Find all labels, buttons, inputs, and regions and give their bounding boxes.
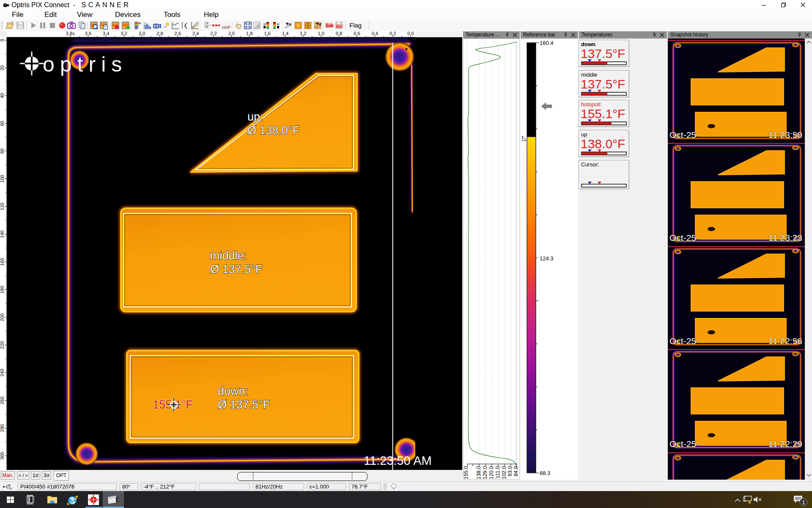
svg-text:129.0: 129.0: [482, 466, 488, 479]
svg-text:1.8: 1.8: [246, 31, 252, 36]
svg-text:180: 180: [0, 286, 5, 293]
svg-text:Sub: Sub: [326, 23, 334, 28]
svg-text:?|8: ?|8: [204, 25, 208, 29]
svg-text:138.0: 138.0: [476, 466, 482, 479]
svg-text:0.8: 0.8: [336, 31, 342, 36]
svg-text:260: 260: [0, 397, 5, 404]
svg-text:88.3: 88.3: [540, 470, 550, 476]
svg-text:155.0: 155.0: [464, 466, 469, 479]
svg-text:11:23:50 AM: 11:23:50 AM: [364, 454, 432, 467]
svg-text:280: 280: [0, 424, 5, 432]
svg-text:Oct-25-: Oct-25-: [669, 130, 699, 140]
svg-text:3.0: 3.0: [139, 31, 145, 36]
svg-text:120.0: 120.0: [488, 466, 494, 479]
svg-text:20: 20: [0, 65, 5, 70]
svg-text:3.2: 3.2: [121, 31, 127, 36]
svg-text:160.4: 160.4: [540, 40, 554, 46]
svg-text:11:23:23: 11:23:23: [768, 233, 802, 243]
svg-text:Oct-25-: Oct-25-: [669, 233, 699, 243]
svg-text:Oct-25-: Oct-25-: [669, 336, 699, 346]
svg-text:93.0: 93.0: [507, 466, 513, 476]
svg-text:2.2: 2.2: [210, 31, 217, 36]
svg-text:1.0: 1.0: [318, 31, 324, 36]
svg-text:111.0: 111.0: [495, 466, 501, 478]
svg-text:1.6: 1.6: [264, 31, 270, 36]
svg-text:220: 220: [0, 341, 5, 349]
svg-text:100: 100: [0, 175, 5, 182]
svg-text:3.8s: 3.8s: [66, 31, 75, 36]
svg-text:11:22:56: 11:22:56: [768, 336, 802, 346]
svg-text:0: 0: [0, 39, 5, 41]
svg-text:200: 200: [0, 313, 5, 321]
svg-text:optris: optris: [43, 52, 127, 76]
svg-text:Ø 137.5°F: Ø 137.5°F: [218, 398, 270, 411]
svg-text:1.2: 1.2: [300, 31, 306, 36]
svg-text:3.6: 3.6: [85, 31, 91, 36]
svg-text:up:: up:: [247, 110, 263, 123]
svg-text:2.0: 2.0: [228, 31, 235, 36]
svg-text:0.2: 0.2: [390, 31, 396, 36]
svg-text:120: 120: [0, 203, 5, 210]
svg-text:Ø 138.0°F: Ø 138.0°F: [247, 124, 299, 137]
svg-text:3.4: 3.4: [103, 31, 109, 36]
svg-text:60: 60: [0, 121, 5, 126]
svg-text:0.6: 0.6: [354, 31, 360, 36]
svg-text:40: 40: [0, 93, 5, 98]
svg-text:80: 80: [0, 149, 5, 154]
svg-text:102.0: 102.0: [501, 466, 507, 479]
svg-text:Ø 137.5°F: Ø 137.5°F: [210, 263, 262, 276]
svg-text:11:23:50: 11:23:50: [768, 130, 802, 140]
svg-text:?|8: ?|8: [204, 22, 208, 25]
svg-text:Oct-25-: Oct-25-: [669, 439, 699, 449]
svg-text:2.4: 2.4: [192, 31, 199, 36]
svg-text:140: 140: [0, 230, 5, 238]
svg-text:1.4: 1.4: [282, 31, 288, 36]
svg-text:2.6: 2.6: [175, 31, 181, 36]
svg-text:160: 160: [0, 258, 5, 265]
svg-text:1: 1: [802, 500, 805, 505]
svg-text:0.4: 0.4: [372, 31, 378, 36]
svg-text:down:: down:: [218, 385, 248, 398]
svg-text:84.0: 84.0: [513, 466, 519, 476]
svg-text:11:22:29: 11:22:29: [768, 439, 802, 449]
svg-text:124.3: 124.3: [540, 255, 554, 262]
svg-text:2.8: 2.8: [156, 31, 163, 36]
svg-text:middle:: middle:: [210, 249, 247, 262]
svg-text:240: 240: [0, 369, 5, 376]
svg-text:300: 300: [0, 452, 5, 460]
svg-text:S b: S b: [336, 25, 342, 28]
svg-text:!: !: [749, 501, 750, 503]
svg-text:0.0: 0.0: [407, 31, 414, 36]
